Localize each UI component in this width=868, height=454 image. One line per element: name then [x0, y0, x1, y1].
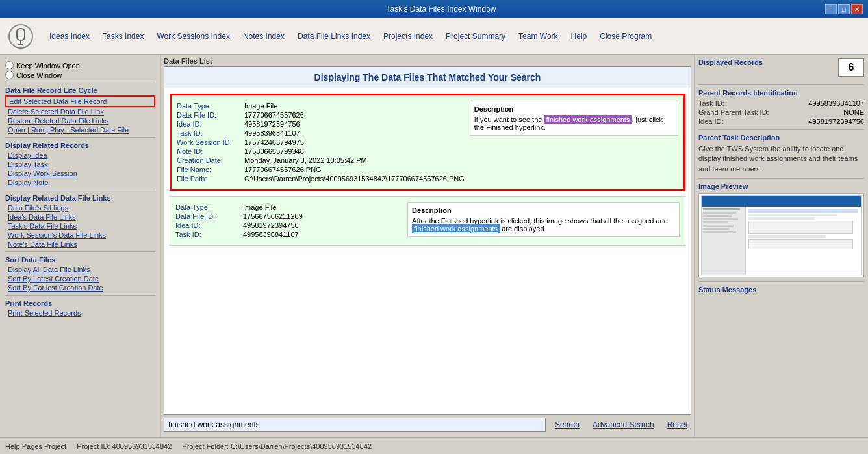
preview-screenshot — [701, 195, 862, 275]
edit-record-link[interactable]: Edit Selected Data File Record — [5, 95, 155, 107]
task-id-field: Task ID: 49958396841107 — [698, 99, 864, 107]
record-2-desc-box: Description After the Finished hyperlink… — [407, 202, 680, 237]
image-preview-box — [698, 193, 864, 277]
menu-help[interactable]: Help — [566, 29, 593, 44]
record-1-wsid: Work Session ID: 175742463794975 — [177, 138, 465, 146]
keep-open-radio-input[interactable] — [5, 61, 14, 69]
status-project-id: Project ID: 400956931534842 — [77, 442, 172, 450]
desc-title-1: Description — [474, 105, 674, 113]
record-1-ideaid: Idea ID: 49581972394756 — [177, 120, 465, 128]
filename-label: File Name: — [177, 166, 242, 173]
print-section: Print Records — [5, 299, 155, 307]
menu-projects-index[interactable]: Projects Index — [378, 29, 438, 44]
note-links-link[interactable]: Note's Data File Links — [5, 240, 155, 249]
r2-fileid-label: Data File ID: — [175, 212, 240, 220]
list-header: Displaying The Data Files That Matched Y… — [164, 67, 691, 88]
displayed-count: 6 — [838, 58, 864, 77]
ideaid-value: 49581972394756 — [244, 120, 300, 128]
open-run-link[interactable]: Open | Run | Play - Selected Data File — [5, 125, 155, 134]
grand-parent-label: Grand Parent Task ID: — [698, 108, 769, 116]
desc-highlight-2[interactable]: finished work assignments — [412, 224, 500, 233]
sidebar: Keep Window Open Close Window Data File … — [0, 55, 161, 437]
record-card-1[interactable]: Data Type: Image File Data File ID: 1777… — [170, 94, 685, 191]
menu-ideas-index[interactable]: Ideas Index — [44, 29, 95, 44]
data-files-list[interactable]: Displaying The Data Files That Matched Y… — [164, 66, 691, 415]
display-idea-link[interactable]: Display Idea — [5, 151, 155, 160]
record-1-filename: File Name: 177706674557626.PNG — [177, 166, 465, 173]
task-id-label: Task ID: — [698, 99, 724, 107]
record-1-noteid: Note ID: 175806655799348 — [177, 147, 465, 155]
task-links-link[interactable]: Task's Data File Links — [5, 221, 155, 231]
idea-links-link[interactable]: Idea's Data File Links — [5, 212, 155, 221]
center-content: Data Files List Displaying The Data File… — [161, 55, 694, 437]
delete-link[interactable]: Delete Selected Data File Link — [5, 107, 155, 116]
close-button[interactable]: ✕ — [851, 4, 863, 14]
restore-link[interactable]: Restore Deleted Data File Links — [5, 116, 155, 125]
display-task-link[interactable]: Display Task — [5, 160, 155, 169]
menu-close-program[interactable]: Close Program — [594, 29, 657, 44]
noteid-value: 175806655799348 — [244, 147, 304, 155]
parent-id-section: Parent Records Identification — [698, 89, 864, 97]
record-2-taskid: Task ID: 49958396841107 — [175, 231, 402, 238]
search-input[interactable] — [164, 418, 546, 432]
record-2-ideaid: Idea ID: 49581972394756 — [175, 221, 402, 229]
siblings-link[interactable]: Data File's Siblings — [5, 203, 155, 212]
task-id-value: 49958396841107 — [808, 99, 864, 107]
record-1-desc-box: Description If you want to see the finis… — [470, 101, 678, 136]
preview-body — [702, 207, 862, 275]
desc-text-1: If you want to see the finished work ass… — [474, 116, 674, 131]
filename-value: 177706674557626.PNG — [244, 166, 322, 173]
filepath-label: File Path: — [177, 175, 242, 183]
maximize-button[interactable]: □ — [838, 4, 850, 14]
display-note-link[interactable]: Display Note — [5, 178, 155, 187]
main-area: Keep Window Open Close Window Data File … — [0, 55, 868, 437]
close-window-radio-input[interactable] — [5, 71, 14, 79]
ws-links-link[interactable]: Work Session's Data File Links — [5, 231, 155, 240]
minimize-button[interactable]: – — [825, 4, 837, 14]
datatype-value: Image File — [244, 102, 277, 110]
record-1-fileid: Data File ID: 177706674557626 — [177, 111, 465, 119]
image-preview-section: Image Preview — [698, 183, 864, 190]
close-window-label: Close Window — [16, 71, 62, 79]
date-label: Creation Date: — [177, 157, 242, 164]
display-work-session-link[interactable]: Display Work Session — [5, 169, 155, 178]
noteid-label: Note ID: — [177, 147, 242, 155]
desc-text-2b: are displayed. — [500, 225, 546, 233]
sort-earliest-link[interactable]: Sort By Earliest Creation Date — [5, 283, 155, 292]
menu-work-sessions-index[interactable]: Work Sessions Index — [151, 29, 235, 44]
window-title: Task's Data Files Index Window — [57, 5, 825, 14]
search-button[interactable]: Search — [551, 419, 583, 431]
idea-id-value: 49581972394756 — [808, 118, 864, 125]
r2-ideaid-label: Idea ID: — [175, 221, 240, 229]
menu-team-work[interactable]: Team Work — [513, 29, 563, 44]
preview-main-area — [746, 207, 861, 275]
r2-fileid-value: 175667566211289 — [243, 212, 303, 220]
close-window-radio[interactable]: Close Window — [5, 71, 155, 79]
taskid-value: 49958396841107 — [244, 129, 300, 137]
reset-button[interactable]: Reset — [663, 419, 691, 431]
sort-section: Sort Data Files — [5, 256, 155, 264]
record-2-content: Data Type: Image File Data File ID: 1756… — [175, 202, 680, 240]
status-project: Help Pages Project — [5, 442, 66, 450]
menu-tasks-index[interactable]: Tasks Index — [97, 29, 149, 44]
advanced-search-button[interactable]: Advanced Search — [589, 419, 658, 431]
keep-window-radio[interactable]: Keep Window Open — [5, 61, 155, 69]
app-logo — [5, 21, 36, 52]
display-all-link[interactable]: Display All Data File Links — [5, 265, 155, 274]
grand-parent-value: NONE — [843, 108, 864, 116]
keep-open-label: Keep Window Open — [16, 62, 80, 69]
record-2-datatype: Data Type: Image File — [175, 203, 402, 211]
print-records-link[interactable]: Print Selected Records — [5, 309, 155, 318]
menu-project-summary[interactable]: Project Summary — [440, 29, 511, 44]
menu-data-file-links-index[interactable]: Data File Links Index — [292, 29, 376, 44]
record-1-filepath: File Path: C:\Users\Darren\Projects\4009… — [177, 175, 465, 183]
preview-topbar — [702, 196, 862, 207]
wsid-value: 175742463794975 — [244, 138, 304, 146]
status-messages-section: Status Messages — [698, 286, 864, 294]
menu-notes-index[interactable]: Notes Index — [238, 29, 290, 44]
logo-icon — [8, 23, 34, 49]
record-card-2[interactable]: Data Type: Image File Data File ID: 1756… — [170, 196, 685, 246]
record-1-fields: Data Type: Image File Data File ID: 1777… — [177, 101, 465, 184]
r2-datatype-label: Data Type: — [175, 203, 240, 211]
sort-latest-link[interactable]: Sort By Latest Creation Date — [5, 274, 155, 283]
